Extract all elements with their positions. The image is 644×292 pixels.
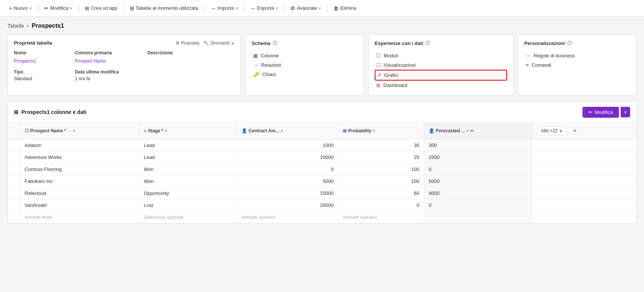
properties-panel-header: Proprietà tabella ⚙ Proprietà 🔧 Strument…: [14, 40, 234, 46]
modifica-chevron[interactable]: ∨: [70, 6, 72, 10]
toolbar-esporta[interactable]: ↔ Esporta ∨: [248, 4, 281, 13]
row-checkbox-3: [8, 163, 20, 175]
schema-chiavi[interactable]: 🔑 Chiavi: [252, 70, 357, 79]
td-stage-0: Lead: [139, 139, 237, 151]
avanzate-chevron[interactable]: ∨: [318, 6, 321, 10]
row-checkbox-1: [8, 139, 20, 151]
exp-dashboard[interactable]: ⊞ Dashboard: [375, 81, 507, 90]
sep-6: [284, 4, 284, 12]
tipo-value: Standard: [14, 76, 72, 81]
descrizione-value: [147, 58, 234, 64]
sep-4: [204, 4, 205, 12]
altri-chevron: ∨: [559, 128, 563, 133]
toolbar-importa[interactable]: ↔ Importa ∨: [208, 4, 241, 13]
td-prob-ph[interactable]: Immetti numero: [338, 211, 424, 223]
forecasted-chevron[interactable]: ∨: [466, 129, 469, 133]
sep-2: [78, 4, 79, 12]
strumenti-chevron[interactable]: ∨: [231, 40, 234, 46]
altri-label: Altri +22: [541, 128, 557, 133]
toolbar-avanzate[interactable]: ⚙ Avanzate ∨: [287, 4, 324, 13]
grafici-label: Grafici: [384, 72, 398, 78]
import-icon: ↔: [211, 5, 216, 11]
stage-col-icon: ≡: [144, 128, 146, 133]
prospect-sort-icon[interactable]: ↑↓: [68, 129, 71, 133]
customizations-panel-header: Personalizzazioni ⓘ: [524, 40, 630, 46]
schema-items-list: ▦ Colonne ↔ Relazioni 🔑 Chiavi: [252, 51, 357, 79]
importa-chevron[interactable]: ∨: [236, 6, 238, 10]
contract-chevron[interactable]: ∨: [281, 129, 283, 133]
add-col-btn[interactable]: +: [570, 126, 580, 136]
breadcrumb-current: Prospects1: [32, 22, 64, 29]
td-prob-4: 60: [338, 187, 424, 199]
td-fore-2: 0: [424, 163, 532, 175]
visualizzazioni-icon: ☐: [376, 62, 381, 68]
th-stage[interactable]: ≡ Stage * ∨: [139, 123, 237, 139]
toolbar-crea-app[interactable]: ⊞ Crea un'app: [82, 4, 120, 13]
td-stage-ph[interactable]: Seleziona opzione: [139, 211, 237, 223]
stage-chevron[interactable]: ∨: [165, 129, 167, 133]
td-prospect-3: Fabrikam Inc: [20, 175, 139, 187]
custom-regole[interactable]: ↔ Regole di business: [524, 51, 630, 60]
table-row: Adatum Lead 1000 30 300: [8, 139, 636, 151]
modifica-button[interactable]: ✏ Modifica: [582, 107, 619, 118]
dashboard-label: Dashboard: [383, 82, 407, 88]
probability-chevron[interactable]: ∨: [373, 129, 375, 133]
strumenti-btn[interactable]: 🔧 Strumenti ∨: [203, 40, 234, 46]
customizations-panel: Personalizzazioni ⓘ ↔ Regole di business…: [518, 34, 636, 96]
sep-1: [38, 4, 38, 12]
toolbar-modifica[interactable]: ✏ Modifica ∨: [41, 4, 75, 13]
customizations-items-list: ↔ Regole di business ≡ Comandi: [524, 51, 630, 70]
toolbar-elimina-label: Elimina: [340, 5, 356, 11]
exp-visualizzazioni[interactable]: ☐ Visualizzazioni: [375, 60, 507, 70]
plus-icon: +: [9, 5, 12, 11]
td-prospect-1: Adventure Works: [20, 151, 139, 163]
descrizione-header: Descrizione: [147, 50, 234, 55]
altri-btn[interactable]: Altri +22 ∨: [537, 126, 566, 135]
add-col-icon: +: [573, 127, 576, 134]
nuovo-chevron[interactable]: ∨: [29, 6, 32, 10]
forecasted-header: Forecasted ...: [436, 128, 465, 133]
grid-icon: ⊞: [85, 5, 89, 11]
checkbox-header: [8, 123, 20, 139]
td-prospect-ph[interactable]: Immetti testo: [20, 211, 139, 223]
modifica-dropdown-btn[interactable]: ∨: [621, 107, 630, 117]
td-stage-1: Lead: [139, 151, 237, 163]
forecasted-edit-icon[interactable]: ✏: [470, 129, 474, 133]
td-prospect-4: Relecloud: [20, 187, 139, 199]
grafici-icon: ↗: [377, 72, 381, 78]
td-fore-5: 0: [424, 199, 532, 211]
table-wrapper: ☐ Prospect Name * ↑↓ ∨ ≡ Stage * ∨: [8, 123, 636, 223]
schema-colonne[interactable]: ▦ Colonne: [252, 51, 357, 60]
toolbar-modifica-label: Modifica: [50, 5, 68, 11]
td-contract-ph[interactable]: Immetti numero: [237, 211, 338, 223]
prospect-chevron[interactable]: ∨: [73, 129, 75, 133]
th-forecasted[interactable]: 👤 Forecasted ... ∨ ✏: [424, 123, 532, 139]
probability-header: Probability: [348, 128, 371, 133]
esporta-chevron[interactable]: ∨: [275, 6, 278, 10]
toolbar-nuovo[interactable]: + Nuovo ∨: [6, 4, 35, 13]
toolbar-tabella[interactable]: ⊞ Tabella al momento utilizzata: [127, 4, 201, 13]
td-stage-4: Opportunity: [139, 187, 237, 199]
custom-comandi[interactable]: ≡ Comandi: [524, 60, 630, 70]
keys-icon: 🔑: [253, 72, 259, 77]
proprieta-btn[interactable]: ⚙ Proprietà: [176, 40, 200, 46]
exp-moduli[interactable]: ☐ Moduli: [375, 51, 507, 60]
customizations-panel-title: Personalizzazioni ⓘ: [524, 40, 572, 46]
data-value: 1 ora fa: [75, 76, 144, 81]
exp-grafici[interactable]: ↗ Grafici: [375, 70, 507, 81]
row-checkbox-ph: [8, 211, 20, 223]
colonna-value: Prospect Name: [75, 58, 144, 64]
td-prob-0: 30: [338, 139, 424, 151]
th-prospect-name[interactable]: ☐ Prospect Name * ↑↓ ∨: [20, 123, 139, 139]
row-checkbox-2: [8, 151, 20, 163]
table-row: Fabrikam Inc Won 5000 100 5000: [8, 175, 636, 187]
th-probability[interactable]: ⊞ Probability ∨: [338, 123, 424, 139]
breadcrumb-parent[interactable]: Tabelle: [8, 23, 24, 29]
toolbar-elimina[interactable]: 🗑 Elimina: [330, 4, 359, 13]
th-contract-am[interactable]: 👤 Contract Am... ∨: [237, 123, 338, 139]
schema-relazioni[interactable]: ↔ Relazioni: [252, 60, 357, 70]
toolbar-importa-label: Importa: [218, 5, 234, 11]
table-section-icon: ⊞: [14, 109, 18, 115]
panels-row: Proprietà tabella ⚙ Proprietà 🔧 Strument…: [8, 34, 636, 96]
table-row: Adventure Works Lead 10000 25 2500: [8, 151, 636, 163]
